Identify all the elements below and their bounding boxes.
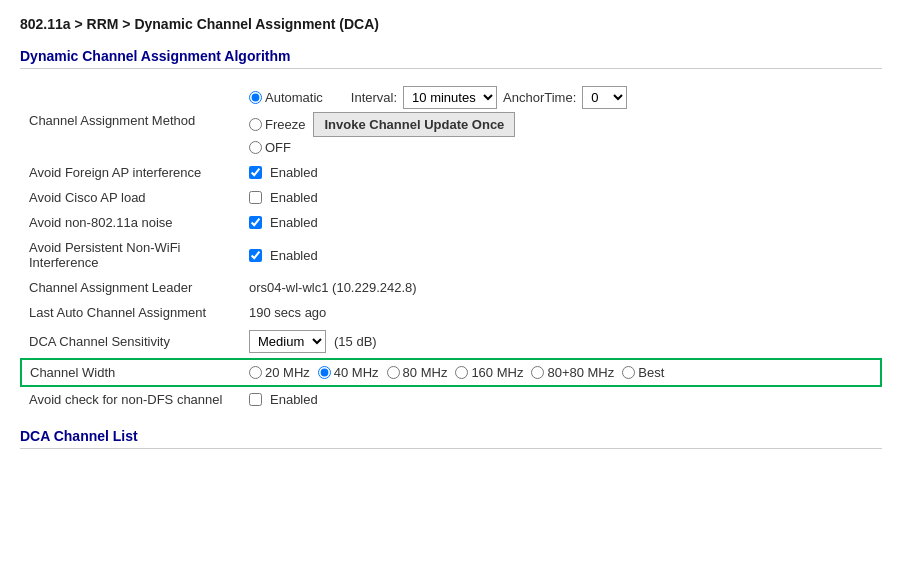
radio-80mhz[interactable] — [387, 366, 400, 379]
channel-leader-value: ors04-wl-wlc1 (10.229.242.8) — [241, 275, 881, 300]
radio-40mhz[interactable] — [318, 366, 331, 379]
radio-automatic[interactable] — [249, 91, 262, 104]
avoid-non-dfs-checkbox[interactable] — [249, 393, 262, 406]
radio-80plus80mhz-label: 80+80 MHz — [547, 365, 614, 380]
radio-40mhz-label: 40 MHz — [334, 365, 379, 380]
avoid-foreign-ap-label: Avoid Foreign AP interference — [21, 160, 241, 185]
dca-sensitivity-value: Low Medium High (15 dB) — [241, 325, 881, 359]
dca-sensitivity-note: (15 dB) — [334, 334, 377, 349]
last-auto-channel-value: 190 secs ago — [241, 300, 881, 325]
avoid-non-dfs-value: Enabled — [241, 386, 881, 412]
avoid-non-dfs-label: Avoid check for non-DFS channel — [21, 386, 241, 412]
anchor-time-select[interactable]: 0123 4567 891011 — [582, 86, 627, 109]
last-auto-channel-label: Last Auto Channel Assignment — [21, 300, 241, 325]
channel-width-label: Channel Width — [21, 359, 241, 386]
channel-assignment-method-value: Automatic Interval: 10 minutes 5 minutes… — [241, 81, 881, 160]
radio-160mhz[interactable] — [455, 366, 468, 379]
avoid-noise-label: Avoid non-802.11a noise — [21, 210, 241, 235]
channel-width-value: 20 MHz 40 MHz 80 MHz 160 MHz 80+80 MHz — [241, 359, 881, 386]
dca-sensitivity-label: DCA Channel Sensitivity — [21, 325, 241, 359]
invoke-channel-update-button[interactable]: Invoke Channel Update Once — [313, 112, 515, 137]
radio-off[interactable] — [249, 141, 262, 154]
radio-freeze[interactable] — [249, 118, 262, 131]
radio-20mhz-label: 20 MHz — [265, 365, 310, 380]
radio-off-label: OFF — [265, 140, 291, 155]
interval-label: Interval: — [351, 90, 397, 105]
avoid-noise-value: Enabled — [241, 210, 881, 235]
radio-20mhz[interactable] — [249, 366, 262, 379]
radio-best[interactable] — [622, 366, 635, 379]
avoid-foreign-ap-checkbox[interactable] — [249, 166, 262, 179]
radio-160mhz-label: 160 MHz — [471, 365, 523, 380]
interval-select[interactable]: 10 minutes 5 minutes 30 minutes 1 hour — [403, 86, 497, 109]
avoid-cisco-ap-value: Enabled — [241, 185, 881, 210]
radio-freeze-label: Freeze — [265, 117, 305, 132]
section1-title: Dynamic Channel Assignment Algorithm — [20, 48, 882, 69]
radio-80plus80mhz[interactable] — [531, 366, 544, 379]
avoid-foreign-ap-value: Enabled — [241, 160, 881, 185]
breadcrumb: 802.11a > RRM > Dynamic Channel Assignme… — [20, 16, 882, 32]
channel-assignment-method-label: Channel Assignment Method — [21, 81, 241, 160]
avoid-persistent-value: Enabled — [241, 235, 881, 275]
avoid-foreign-ap-enabled: Enabled — [270, 165, 318, 180]
dca-sensitivity-select[interactable]: Low Medium High — [249, 330, 326, 353]
radio-best-label: Best — [638, 365, 664, 380]
avoid-cisco-ap-enabled: Enabled — [270, 190, 318, 205]
avoid-noise-enabled: Enabled — [270, 215, 318, 230]
anchor-time-label: AnchorTime: — [503, 90, 576, 105]
avoid-cisco-ap-label: Avoid Cisco AP load — [21, 185, 241, 210]
radio-80mhz-label: 80 MHz — [403, 365, 448, 380]
channel-leader-label: Channel Assignment Leader — [21, 275, 241, 300]
avoid-noise-checkbox[interactable] — [249, 216, 262, 229]
avoid-persistent-checkbox[interactable] — [249, 249, 262, 262]
avoid-persistent-label: Avoid Persistent Non-WiFi Interference — [21, 235, 241, 275]
avoid-non-dfs-enabled: Enabled — [270, 392, 318, 407]
radio-automatic-label: Automatic — [265, 90, 323, 105]
dca-channel-list-title: DCA Channel List — [20, 428, 882, 449]
avoid-cisco-ap-checkbox[interactable] — [249, 191, 262, 204]
avoid-persistent-enabled: Enabled — [270, 248, 318, 263]
